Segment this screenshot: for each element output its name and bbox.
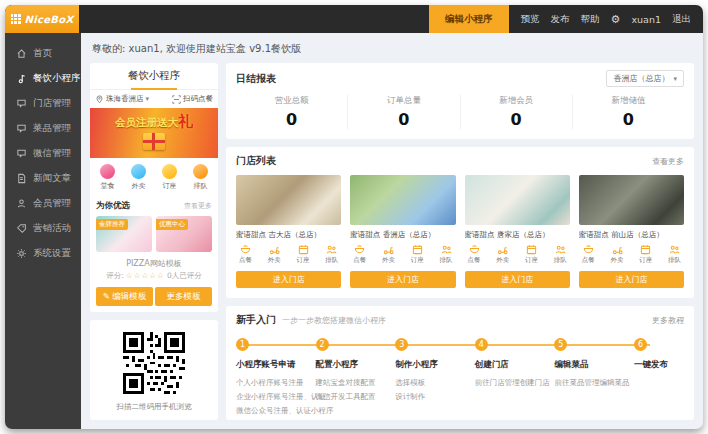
store-action-queue[interactable]: 排队 (325, 244, 338, 265)
enter-store-button[interactable]: 进入门店 (236, 271, 341, 288)
store-filter-value: 香洲店（总店） (613, 73, 669, 84)
chevron-down-icon: ▾ (146, 95, 150, 103)
step-item[interactable]: 建站宝盒对接配置 (316, 376, 396, 390)
sidebar-item-wechat[interactable]: 微信管理 (5, 141, 81, 166)
enter-store-button[interactable]: 进入门店 (350, 271, 455, 288)
quick-action-queue[interactable]: 排队 (193, 164, 208, 191)
more-templates-button[interactable]: 更多模板 (155, 287, 212, 306)
store-selector-label: 珠海香洲店 (106, 94, 144, 104)
featured-image[interactable]: 金牌推荐 (96, 216, 152, 252)
username[interactable]: xuan1 (631, 14, 661, 25)
quick-action-reserve[interactable]: 订座 (162, 164, 177, 191)
titlebar-nav: 预览 发布 帮助 ⚙ xuan1 退出 (509, 5, 703, 33)
timeline-line (242, 344, 650, 346)
store-action-queue[interactable]: 排队 (668, 244, 681, 265)
enter-store-button[interactable]: 进入门店 (465, 271, 570, 288)
report-title: 日结报表 (236, 72, 276, 86)
sidebar-item-label: 首页 (33, 47, 52, 60)
sidebar-item-home[interactable]: 首页 (5, 41, 81, 66)
tag-icon (16, 223, 27, 234)
store-photo (579, 175, 684, 225)
quick-action-takeout[interactable]: 外卖 (131, 164, 146, 191)
sidebar: 首页 餐饮小程序 门店管理 菜品管理 微信管理 新闻文章 会员管理 营销活动 系… (5, 33, 81, 429)
takeout-icon (131, 164, 146, 179)
store-action-reserve[interactable]: 订座 (639, 244, 652, 265)
featured-image[interactable]: 优惠中心 (156, 216, 212, 252)
onboarding-title: 新手入门 (236, 313, 276, 327)
star-rating-icons: ☆☆☆☆☆ (126, 271, 165, 280)
welcome-text: 尊敬的: xuan1, 欢迎使用建站宝盒 v9.1餐饮版 (92, 42, 694, 56)
edit-template-button[interactable]: ✎ 编辑模板 (96, 287, 153, 306)
step-item[interactable]: 微信公众号注册、认证小程序 (236, 404, 316, 418)
store-action-order[interactable]: 点餐 (239, 244, 252, 265)
step-item[interactable]: 选择模板 (395, 376, 475, 390)
miniprogram-icon (16, 73, 27, 84)
metric-new-deposits: 新增储值0 (572, 95, 684, 129)
edit-miniprogram-button[interactable]: 编辑小程序 (429, 5, 509, 33)
store-action-queue[interactable]: 排队 (554, 244, 567, 265)
app-logo[interactable]: NiceBoX (5, 5, 79, 33)
sidebar-item-settings[interactable]: 系统设置 (5, 241, 81, 266)
sidebar-item-marketing[interactable]: 营销活动 (5, 216, 81, 241)
step-item[interactable]: 企业小程序账号注册、认证 (236, 390, 316, 404)
sidebar-item-label: 系统设置 (33, 247, 71, 260)
scan-order-label: 扫码点餐 (183, 94, 213, 104)
store-action-reserve[interactable]: 订座 (525, 244, 538, 265)
step-item[interactable]: 微信开发工具配置 (316, 390, 396, 404)
step-title: 编辑菜品 (554, 359, 634, 371)
enter-store-button[interactable]: 进入门店 (579, 271, 684, 288)
step-title: 小程序账号申请 (236, 359, 316, 371)
onboarding-card: 新手入门 一步一步教您搭建微信小程序 更多教程 1 小程序账号申请 个人小程序账… (226, 306, 694, 420)
store-action-order[interactable]: 点餐 (353, 244, 366, 265)
step-item[interactable]: 个人小程序账号注册 (236, 376, 316, 390)
queue-people-icon (326, 244, 337, 255)
sidebar-item-stores[interactable]: 门店管理 (5, 91, 81, 116)
step-number-badge: 2 (316, 338, 329, 351)
grid-menu-icon (11, 14, 21, 24)
store-filter-select[interactable]: 香洲店（总店） ▾ (606, 70, 684, 87)
store-action-reserve[interactable]: 订座 (297, 244, 310, 265)
quick-action-dinein[interactable]: 堂食 (100, 164, 115, 191)
step-item[interactable]: 前往门店管理创建门店 (475, 376, 555, 390)
onboarding-step-3: 3 制作小程序 选择模板 设计制作 (395, 338, 475, 418)
nav-help[interactable]: 帮助 (581, 13, 600, 26)
nav-publish[interactable]: 发布 (551, 13, 570, 26)
scan-order-button[interactable]: 扫码点餐 (172, 94, 213, 104)
sidebar-item-dishes[interactable]: 菜品管理 (5, 116, 81, 141)
promo-banner[interactable]: 会员注册送大礼 (90, 108, 218, 158)
document-icon (16, 173, 27, 184)
wechat-bubble-icon (16, 148, 27, 159)
featured-title: 为你优选 (96, 200, 130, 212)
store-list-more-link[interactable]: 查看更多 (652, 156, 684, 167)
step-item[interactable]: 前往菜品管理编辑菜品 (554, 376, 634, 390)
onboarding-step-5: 5 编辑菜品 前往菜品管理编辑菜品 (554, 338, 634, 418)
nav-preview[interactable]: 预览 (521, 13, 540, 26)
store-action-order[interactable]: 点餐 (582, 244, 595, 265)
store-name: 蜜语甜点 前山店（总店） (579, 230, 684, 240)
store-action-queue[interactable]: 排队 (440, 244, 453, 265)
sidebar-item-members[interactable]: 会员管理 (5, 191, 81, 216)
store-action-delivery[interactable]: 外卖 (268, 244, 281, 265)
more-tutorials-link[interactable]: 更多教程 (652, 315, 684, 326)
featured-more-link[interactable]: 查看更多 (184, 201, 212, 211)
store-selector[interactable]: 珠海香洲店 ▾ (95, 94, 149, 104)
calendar-icon (640, 244, 651, 255)
store-action-reserve[interactable]: 订座 (411, 244, 424, 265)
logout-link[interactable]: 退出 (672, 13, 691, 26)
titlebar: NiceBoX 编辑小程序 预览 发布 帮助 ⚙ xuan1 退出 (5, 5, 703, 33)
sidebar-item-news[interactable]: 新闻文章 (5, 166, 81, 191)
onboarding-step-2: 2 配置小程序 建站宝盒对接配置 微信开发工具配置 (316, 338, 396, 418)
sidebar-item-miniprogram[interactable]: 餐饮小程序 (5, 66, 81, 91)
store-list-card: 门店列表 查看更多 蜜语甜点 吉大店（总店） 点餐 外卖 订座 (226, 147, 694, 298)
sidebar-item-label: 餐饮小程序 (33, 72, 81, 85)
settings-gear-icon[interactable]: ⚙ (611, 14, 621, 25)
step-title: 配置小程序 (316, 359, 396, 371)
step-number-badge: 6 (634, 338, 647, 351)
store-action-delivery[interactable]: 外卖 (611, 244, 624, 265)
step-item[interactable]: 设计制作 (395, 390, 475, 404)
onboarding-step-1: 1 小程序账号申请 个人小程序账号注册 企业小程序账号注册、认证 微信公众号注册… (236, 338, 316, 418)
home-icon (16, 48, 27, 59)
store-action-order[interactable]: 点餐 (468, 244, 481, 265)
store-action-delivery[interactable]: 外卖 (382, 244, 395, 265)
store-action-delivery[interactable]: 外卖 (496, 244, 509, 265)
